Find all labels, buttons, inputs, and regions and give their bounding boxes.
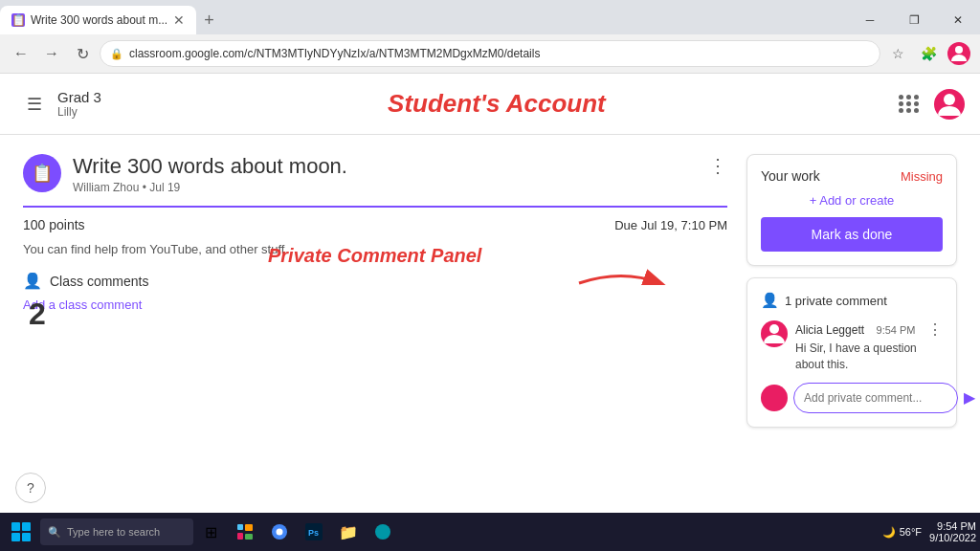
reload-button[interactable]: ↻	[69, 40, 96, 67]
current-user-avatar	[761, 385, 788, 411]
taskbar-icons: ⊞ Ps 📁	[195, 517, 398, 547]
app-header: ☰ Grad 3 Lilly Student's Account	[0, 74, 980, 135]
annotation-container: Private Comment Panel	[268, 245, 481, 267]
folder-taskbar-icon[interactable]: 📁	[333, 517, 364, 547]
nav-actions: ☆ 🧩	[884, 40, 972, 67]
svg-rect-6	[245, 524, 253, 531]
svg-point-9	[277, 529, 283, 536]
nav-bar: ← → ↻ 🔒 classroom.google.com/c/NTM3MTIyN…	[0, 34, 980, 73]
svg-point-0	[955, 46, 963, 54]
address-bar[interactable]: 🔒 classroom.google.com/c/NTM3MTIyNDYyNzI…	[100, 40, 880, 67]
extensions-button[interactable]: 🧩	[915, 40, 942, 67]
assignment-points: 100 points	[23, 217, 85, 232]
windows-logo	[11, 522, 31, 541]
minimize-button[interactable]: ─	[848, 6, 892, 34]
photoshop-taskbar-icon[interactable]: Ps	[299, 517, 329, 547]
taskbar-time-display: 9:54 PM	[937, 520, 976, 532]
widgets-button[interactable]	[230, 517, 260, 547]
main-content: 📋 Write 300 words about moon. William Zh…	[0, 135, 980, 514]
assignment-icon: 📋	[23, 154, 61, 192]
profile-button[interactable]	[946, 40, 972, 67]
comment-item: Alicia Leggett 9:54 PM ⋮ Hi Sir, I have …	[761, 320, 943, 373]
active-tab[interactable]: 📋 Write 300 words about m... ✕	[0, 6, 196, 34]
comments-icon: 👤	[23, 272, 42, 290]
help-button[interactable]: ?	[15, 473, 46, 503]
window-controls: ─ ❐ ✕	[848, 6, 980, 34]
svg-rect-4	[237, 524, 243, 530]
svg-point-12	[375, 524, 390, 540]
annotation-text: Private Comment Panel	[268, 245, 481, 266]
assignment-title: Write 300 words about moon.	[73, 154, 697, 179]
taskbar: 🔍 Type here to search ⊞ Ps 📁 🌙 56°F 9:54…	[0, 513, 980, 551]
assignment-more-icon[interactable]: ⋮	[708, 154, 727, 177]
page-title: Student's Account	[101, 89, 892, 119]
tab-close-btn[interactable]: ✕	[173, 12, 185, 28]
taskbar-clock: 9:54 PM 9/10/2022	[929, 520, 976, 543]
comment-author: Alicia Leggett	[795, 323, 864, 337]
comment-text: Hi Sir, I have a question about this.	[795, 341, 943, 373]
private-input-row: ▶	[761, 383, 943, 413]
apps-button[interactable]	[892, 87, 926, 121]
classroom-taskbar-icon[interactable]	[368, 517, 398, 547]
svg-point-2	[769, 324, 779, 334]
private-comment-header: 👤 1 private comment	[761, 292, 943, 309]
comment-time: 9:54 PM	[877, 324, 916, 336]
right-panel: Your work Missing + Add or create Mark a…	[746, 154, 957, 495]
private-comment-card: 👤 1 private comment Alicia Leggett 9:54 …	[746, 277, 957, 428]
comment-more-icon[interactable]: ⋮	[927, 320, 943, 339]
taskbar-search[interactable]: 🔍 Type here to search	[40, 518, 193, 545]
restore-button[interactable]: ❐	[892, 6, 936, 34]
assignment-header: 📋 Write 300 words about moon. William Zh…	[23, 154, 727, 208]
new-tab-button[interactable]: +	[196, 7, 222, 34]
teacher-name: Lilly	[57, 105, 101, 119]
header-actions	[892, 87, 965, 121]
close-button[interactable]: ✕	[936, 6, 980, 34]
user-avatar[interactable]	[934, 89, 965, 120]
lock-icon: 🔒	[110, 48, 123, 60]
add-create-button[interactable]: + Add or create	[761, 193, 943, 208]
svg-point-1	[944, 94, 955, 105]
points-row: 100 points Due Jul 19, 7:10 PM	[23, 217, 727, 232]
your-work-card: Your work Missing + Add or create Mark a…	[746, 154, 957, 266]
tab-favicon: 📋	[11, 13, 25, 27]
private-comment-input[interactable]	[793, 383, 958, 413]
left-panel: 📋 Write 300 words about moon. William Zh…	[23, 154, 727, 495]
app-logo: Grad 3 Lilly	[57, 89, 101, 119]
menu-button[interactable]: ☰	[15, 85, 54, 123]
system-tray: 🌙 56°F	[882, 526, 922, 539]
taskbar-date-display: 9/10/2022	[929, 532, 976, 543]
comments-title: Class comments	[50, 274, 148, 289]
assignment-info: Write 300 words about moon. William Zhou…	[73, 154, 697, 194]
url-text: classroom.google.com/c/NTM3MTIyNDYyNzIx/…	[129, 47, 540, 60]
weather-icon: 🌙	[882, 526, 896, 539]
start-button[interactable]	[4, 515, 38, 549]
temperature: 56°F	[900, 526, 922, 538]
mark-done-button[interactable]: Mark as done	[761, 217, 943, 252]
taskview-button[interactable]: ⊞	[195, 517, 226, 547]
assignment-author: William Zhou	[73, 181, 139, 194]
tab-title: Write 300 words about m...	[31, 13, 167, 27]
private-comment-icon: 👤	[761, 292, 779, 309]
svg-rect-7	[245, 534, 253, 540]
comment-author-row: Alicia Leggett 9:54 PM ⋮	[795, 320, 943, 339]
taskbar-right: 🌙 56°F 9:54 PM 9/10/2022	[882, 520, 976, 543]
school-name: Grad 3	[57, 89, 101, 105]
search-placeholder: Type here to search	[67, 526, 160, 538]
chrome-taskbar-icon[interactable]	[264, 517, 295, 547]
tab-bar: 📋 Write 300 words about m... ✕ + ─ ❐ ✕	[0, 0, 980, 34]
annotation-arrow	[574, 264, 670, 302]
svg-text:Ps: Ps	[308, 528, 319, 538]
assignment-due: Due Jul 19, 7:10 PM	[614, 218, 727, 232]
comment-body: Alicia Leggett 9:54 PM ⋮ Hi Sir, I have …	[795, 320, 943, 373]
your-work-header: Your work Missing	[761, 168, 943, 184]
forward-button[interactable]: →	[38, 40, 65, 67]
svg-rect-5	[237, 533, 243, 540]
search-icon: 🔍	[48, 526, 61, 539]
send-button[interactable]: ▶	[964, 388, 975, 407]
bookmark-button[interactable]: ☆	[884, 40, 911, 67]
assignment-date: Jul 19	[149, 181, 180, 194]
profile-avatar	[947, 42, 970, 65]
assignment-meta: William Zhou • Jul 19	[73, 181, 697, 194]
annotation-number: 2	[29, 297, 46, 332]
back-button[interactable]: ←	[8, 40, 34, 67]
